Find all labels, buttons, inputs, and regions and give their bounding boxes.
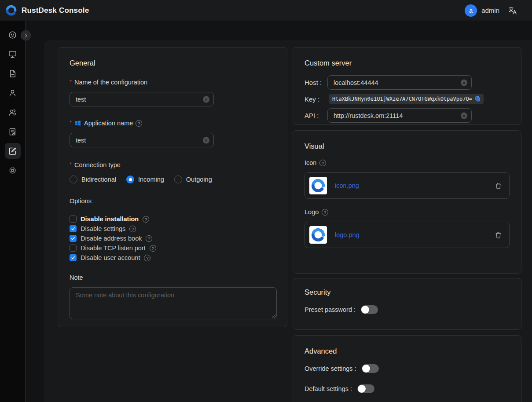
checkbox-disable-address-book[interactable]: Disable address book ?: [70, 234, 275, 243]
custom-server-title: Custom server: [305, 59, 510, 67]
note-label: Note: [70, 274, 275, 281]
config-name-label: * Name of the configuration: [70, 79, 275, 86]
user-menu[interactable]: a admin: [465, 4, 499, 17]
checkbox-disable-installation[interactable]: Disable installation ?: [70, 214, 275, 224]
rustdesk-logo-icon: [5, 4, 17, 16]
delete-icon[interactable]: [495, 231, 502, 239]
content-panel: General * Name of the configuration × *: [44, 40, 532, 402]
help-icon[interactable]: ?: [322, 209, 328, 216]
help-icon[interactable]: ?: [143, 216, 149, 223]
required-asterisk: *: [70, 119, 72, 126]
checkbox-icon-checked[interactable]: [70, 225, 77, 232]
host-input[interactable]: [327, 75, 472, 90]
icon-thumbnail: [309, 177, 327, 194]
advanced-card: Advanced Override settings : Default set…: [293, 335, 521, 402]
checkbox-icon[interactable]: [70, 216, 77, 223]
sidebar: [0, 21, 26, 402]
custom-server-card: Custom server Host : × Key : HtaXBkJNHyn…: [293, 47, 521, 125]
general-card: General * Name of the configuration × *: [58, 47, 287, 327]
logo-thumbnail: [309, 226, 327, 244]
sidebar-item-users[interactable]: [5, 104, 21, 120]
logo-file-link[interactable]: logo.png: [335, 231, 360, 238]
application-name-input[interactable]: [70, 133, 214, 147]
sidebar-item-edit[interactable]: [5, 143, 21, 159]
help-icon[interactable]: ?: [150, 245, 156, 252]
checkbox-disable-settings[interactable]: Disable settings ?: [70, 224, 275, 234]
help-icon[interactable]: ?: [144, 255, 150, 261]
note-textarea[interactable]: [70, 287, 277, 319]
icon-label: Icon ?: [305, 159, 510, 166]
help-icon[interactable]: ?: [319, 160, 326, 166]
logo-label: Logo ?: [305, 208, 510, 216]
checkbox-icon[interactable]: [70, 245, 77, 252]
sidebar-item-devices[interactable]: [5, 46, 21, 62]
api-label: API :: [305, 112, 327, 119]
sidebar-item-document-user[interactable]: [5, 124, 21, 139]
sidebar-item-user[interactable]: [5, 85, 21, 101]
sidebar-item-settings[interactable]: [5, 162, 21, 178]
preset-password-toggle[interactable]: [361, 305, 378, 314]
clear-icon[interactable]: ×: [461, 79, 467, 86]
help-icon[interactable]: ?: [136, 120, 142, 127]
radio-bidirectional[interactable]: Bidirectional: [70, 175, 116, 183]
host-label: Host :: [305, 79, 327, 86]
security-card: Security Preset password :: [293, 278, 521, 330]
application-name-label: * Application name ?: [70, 120, 275, 127]
options-label: Options: [70, 197, 275, 205]
radio-icon[interactable]: [174, 175, 182, 183]
override-settings-toggle[interactable]: [362, 364, 379, 373]
checkbox-icon-checked[interactable]: [70, 235, 77, 242]
clear-icon[interactable]: ×: [461, 112, 467, 119]
username: admin: [481, 7, 499, 14]
key-label: Key :: [305, 95, 327, 103]
checkbox-disable-user-account[interactable]: Disable user account ?: [70, 253, 275, 263]
clear-icon[interactable]: ×: [203, 137, 209, 143]
icon-file-link[interactable]: icon.png: [335, 182, 359, 189]
config-name-input[interactable]: [70, 92, 214, 106]
copy-icon[interactable]: [474, 95, 481, 102]
top-bar: RustDesk Console a admin: [0, 0, 532, 21]
main-background: General * Name of the configuration × *: [26, 21, 532, 402]
preset-password-label: Preset password :: [305, 306, 356, 313]
api-input[interactable]: [327, 108, 472, 123]
server-key-value: HtaXBkJNHyn0e1U1jWXze7A7CN7QTGWqxkOtpaVp…: [332, 96, 472, 102]
default-settings-label: Default settings :: [305, 385, 352, 392]
required-asterisk: *: [70, 161, 72, 168]
checkbox-disable-tcp-listen-port[interactable]: Disable TCP listen port ?: [70, 243, 275, 253]
radio-icon[interactable]: [70, 175, 77, 183]
connection-type-label: * Connection type: [70, 161, 275, 168]
sidebar-collapse-button[interactable]: [21, 30, 31, 40]
sidebar-item-document[interactable]: [5, 66, 21, 81]
visual-card: Visual Icon ? icon.png: [293, 130, 521, 274]
help-icon[interactable]: ?: [146, 235, 152, 242]
delete-icon[interactable]: [495, 182, 502, 190]
security-title: Security: [305, 288, 510, 296]
override-settings-label: Override settings :: [305, 365, 356, 372]
logo-file-row: logo.png: [305, 222, 510, 248]
clear-icon[interactable]: ×: [203, 96, 209, 102]
checkbox-icon-checked[interactable]: [70, 254, 77, 261]
radio-icon-selected[interactable]: [126, 175, 134, 183]
icon-file-row: icon.png: [305, 172, 510, 199]
radio-incoming[interactable]: Incoming: [126, 175, 164, 183]
required-asterisk: *: [70, 78, 72, 85]
radio-outgoing[interactable]: Outgoing: [174, 175, 212, 183]
server-key-chip: HtaXBkJNHyn0e1U1jWXze7A7CN7QTGWqxkOtpaVp…: [329, 94, 484, 104]
general-title: General: [70, 59, 275, 67]
brand: RustDesk Console: [0, 4, 89, 16]
default-settings-toggle[interactable]: [357, 384, 374, 393]
app-title: RustDesk Console: [22, 6, 89, 15]
translate-icon[interactable]: [507, 5, 518, 16]
help-icon[interactable]: ?: [129, 226, 136, 232]
windows-icon: [74, 120, 81, 127]
connection-type-group: Bidirectional Incoming Outgoing: [70, 175, 275, 183]
sidebar-item-smiley[interactable]: [5, 27, 21, 43]
avatar[interactable]: a: [465, 4, 477, 17]
visual-title: Visual: [305, 142, 510, 150]
advanced-title: Advanced: [305, 347, 510, 355]
